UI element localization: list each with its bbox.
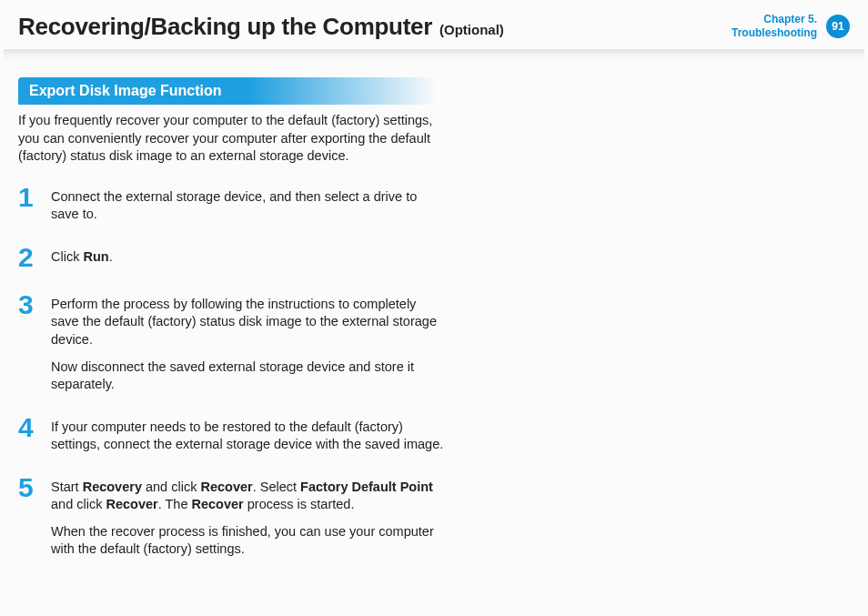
step-body: Connect the external storage device, and… [51,184,446,224]
step-paragraph: Start Recovery and click Recover. Select… [51,479,446,514]
step: 1Connect the external storage device, an… [18,184,446,224]
step-paragraph: When the recover process is finished, yo… [51,523,446,559]
steps-list: 1Connect the external storage device, an… [18,184,428,559]
step: 3Perform the process by following the in… [18,291,446,394]
header-divider [4,48,864,61]
chapter-group: Chapter 5. Troubleshooting 91 [732,13,850,40]
step-body: Perform the process by following the ins… [51,291,446,394]
step: 5Start Recovery and click Recover. Selec… [18,474,446,559]
step-paragraph: Perform the process by following the ins… [51,296,446,349]
bold-text: Recover [200,480,252,494]
title-group: Recovering/Backing up the Computer (Opti… [18,13,504,41]
step-paragraph: Click Run. [51,248,113,267]
section-intro: If you frequently recover your computer … [18,112,437,166]
section-heading: Export Disk Image Function [18,77,437,105]
chapter-line1: Chapter 5. [732,13,817,26]
step-paragraph: If your computer needs to be restored to… [51,419,446,454]
step-body: If your computer needs to be restored to… [51,414,446,454]
step-number: 2 [18,244,38,271]
step-number: 1 [18,184,38,211]
step-number: 3 [18,291,38,318]
bold-text: Recover [192,497,244,511]
bold-text: Recover [106,497,157,511]
page-number-badge: 91 [826,15,850,38]
bold-text: Run [83,249,108,264]
step-paragraph: Now disconnect the saved external storag… [51,358,446,394]
page-title-optional: (Optional) [439,22,504,37]
step: 4If your computer needs to be restored t… [18,414,446,454]
bold-text: Recovery [83,480,142,494]
chapter-line2: Troubleshooting [732,26,817,40]
content-column: Export Disk Image Function If you freque… [0,77,446,559]
step: 2Click Run. [18,244,446,271]
chapter-label: Chapter 5. Troubleshooting [732,13,817,40]
step-paragraph: Connect the external storage device, and… [51,188,446,224]
step-body: Start Recovery and click Recover. Select… [51,474,446,559]
page-title: Recovering/Backing up the Computer [18,13,432,41]
page-header: Recovering/Backing up the Computer (Opti… [0,0,868,48]
step-body: Click Run. [51,244,113,267]
step-number: 5 [18,474,38,501]
step-number: 4 [18,414,38,441]
bold-text: Factory Default Point [300,480,433,494]
